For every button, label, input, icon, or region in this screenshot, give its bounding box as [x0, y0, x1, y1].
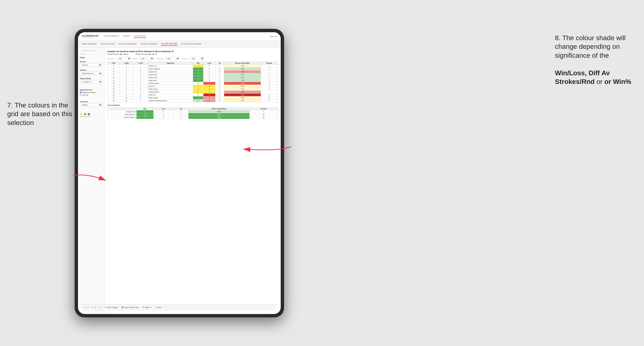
cell-win: 2: [193, 99, 203, 102]
cell-diff: 4.00: [224, 68, 261, 70]
table-row: 18 2 2 Euna Lee 0 2 0 -5.00 2: [108, 94, 278, 96]
sidebar-radio-opponents-played[interactable]: Opponents Played: [80, 91, 102, 93]
sub-nav-team-h2h-heatmap[interactable]: TEAM H2H HEATMAP: [118, 43, 137, 45]
cell-win: 1: [193, 79, 203, 82]
filter-conference-select[interactable]: (All): [166, 57, 180, 60]
table-row: 14 7 4 Eunice Yi 2 2 0 0.38 9: [108, 85, 278, 88]
toolbar-view-original[interactable]: 👁 View: Original: [104, 306, 119, 309]
cell-ood-tie: 0: [174, 116, 188, 119]
overall-record: Overall Record: 353 - 34 - 6: [107, 53, 128, 55]
cell-rounds: 3: [261, 79, 278, 82]
legend-level-label: Level: [84, 116, 86, 117]
tablet-shell: SCOREBOARD Powered by clippd TOURNAMENTS…: [75, 29, 284, 317]
cell-div: 5: [108, 68, 120, 70]
sub-nav-player-h2h-grid[interactable]: PLAYER H2H GRID: [161, 42, 178, 46]
sidebar-division-section: Division NCAA Division III: [80, 69, 102, 75]
filter-region: Region: [133, 58, 138, 59]
filter-conference: Conference: [156, 58, 164, 59]
toolbar-undo[interactable]: ↩: [84, 306, 86, 309]
sidebar-radio-top100[interactable]: Top 100: [80, 94, 102, 96]
toolbar-forward[interactable]: ⟳: [98, 306, 100, 309]
cell-loss: 1: [203, 88, 215, 91]
cell-tie: 0: [215, 91, 224, 94]
sidebar-division-select[interactable]: NCAA Division III: [80, 72, 102, 75]
cell-tie: 1: [215, 65, 224, 68]
cell-conf: 1: [133, 79, 148, 82]
share-icon: ⤴: [155, 307, 156, 308]
cell-loss: 0: [203, 73, 215, 76]
cell-conf: 6: [133, 96, 148, 99]
sub-nav-player-h2h-heatmap[interactable]: PLAYER H2H HEATMAP: [181, 43, 202, 45]
cell-ood-loss: 0: [153, 116, 173, 119]
cell-div: 13: [108, 82, 120, 85]
sub-nav-team-summary[interactable]: TEAM SUMMARY: [82, 43, 96, 45]
toolbar-back[interactable]: ↩: [91, 306, 93, 309]
col-diff: Diff Av Strokes/Rnd: [224, 62, 261, 65]
save-icon: 💾: [122, 307, 124, 309]
cell-div: 16: [108, 91, 120, 94]
nav-sign-out[interactable]: Sign out: [270, 35, 277, 37]
cell-conf: 4: [133, 73, 148, 76]
content-title: Katelyn Vo Head-to-Head Grid for Women's…: [107, 50, 278, 53]
table-row: 20 11 7 Federica Domecq Lacroze 2 1 0 1.…: [108, 99, 278, 102]
cell-opponent: Alexis Sudjianto: [148, 68, 193, 70]
cell-reg: 1: [120, 65, 133, 68]
cell-win: 4: [193, 96, 203, 99]
sidebar-player-rank-select[interactable]: 8. Katelyn Vo: [80, 80, 102, 84]
cell-reg: 1: [120, 82, 133, 85]
sidebar-timestamp-value: 16:55:38: [80, 53, 102, 55]
nav-tournaments[interactable]: TOURNAMENTS: [104, 35, 119, 38]
sidebar-opponent-view-section: Opponent view Opponents Played Top 100: [80, 89, 102, 96]
nav-teams[interactable]: TEAMS: [123, 35, 130, 38]
toolbar-save-custom[interactable]: 💾 Save Custom View: [120, 306, 140, 309]
col-opponent: Opponent: [148, 62, 193, 65]
sidebar-gender-select[interactable]: Women's: [80, 63, 102, 67]
nav-links: TOURNAMENTS TEAMS COMMITTEE: [104, 35, 270, 38]
cell-diff: 1.25: [224, 88, 261, 91]
cell-ood-diff: 9.267: [188, 113, 250, 116]
filter-region-select[interactable]: (All): [140, 57, 154, 60]
filter-opponent-label: Opponent: [182, 58, 188, 59]
cell-diff: -0.94: [224, 91, 261, 94]
cell-conf: 3: [133, 76, 148, 79]
cell-win: 2: [193, 76, 203, 79]
cell-reg: 1: [120, 91, 133, 94]
toolbar-share[interactable]: ⤴ Share: [154, 306, 162, 309]
cell-ood-name: NCAA Division 2: [108, 116, 136, 119]
cell-rounds: [261, 91, 278, 94]
toolbar: ↩ ↩ ↩ ⟳ ⟳ 👁 View: Original 💾 Save Custom…: [81, 304, 277, 311]
sub-nav-team-h2h-grid[interactable]: TEAM H2H GRID: [100, 43, 114, 45]
filter-opponents-select[interactable]: (All): [117, 57, 131, 60]
cell-tie: 0: [215, 99, 224, 102]
filter-opponent: Opponent: [182, 58, 188, 59]
nav-committee[interactable]: COMMITTEE: [134, 35, 146, 38]
cell-rounds: [261, 70, 278, 73]
cell-rounds: 11: [261, 96, 278, 99]
sidebar-gender-label: Gender: [80, 61, 102, 62]
cell-reg: 2: [120, 94, 133, 96]
sidebar-colour-by-label: Colour by: [80, 101, 102, 102]
sidebar-player-section: Player: [80, 57, 102, 58]
toolbar-redo[interactable]: ↩: [88, 306, 89, 309]
cell-ood-rounds: 10: [250, 116, 278, 119]
cell-conf: 4: [133, 85, 148, 88]
cell-reg: 6: [120, 76, 133, 79]
sidebar-colour-by-section: Colour by Win/loss: [80, 101, 102, 107]
cell-tie: 0: [215, 68, 224, 70]
cell-tie: 0: [215, 82, 224, 85]
cell-loss: 2: [203, 85, 215, 88]
toolbar-refresh[interactable]: ⟳: [94, 306, 96, 309]
toolbar-watch[interactable]: 👁 Watch ▾: [142, 306, 152, 309]
sidebar-colour-by-select[interactable]: Win/loss: [80, 103, 102, 107]
cell-loss: 1: [203, 99, 215, 102]
sidebar-radio-group: Opponents Played Top 100: [80, 91, 102, 96]
filter-opponent-select[interactable]: (All): [190, 57, 204, 60]
records-row: Overall Record: 353 - 34 - 6 Division Re…: [107, 53, 278, 55]
cell-conf: 1: [133, 65, 148, 68]
table-row: 15 8 5 Stella Cheng 1 1 0 1.25 4: [108, 88, 278, 91]
cell-div: 19: [108, 96, 120, 99]
sidebar: Last Updated: 27/03/2024 16:55:38 Player…: [78, 48, 104, 314]
cell-conf: 1: [133, 91, 148, 94]
sub-nav-player-summary[interactable]: PLAYER SUMMARY: [140, 43, 157, 45]
cell-div: 6: [108, 70, 120, 73]
